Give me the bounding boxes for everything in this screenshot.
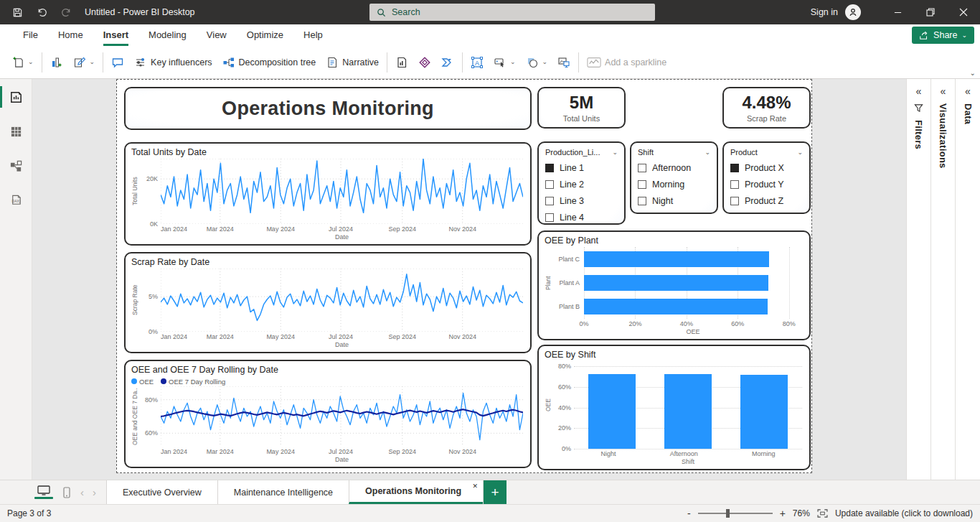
minimize-button[interactable]	[881, 0, 914, 24]
page-tab-executive-overview[interactable]: Executive Overview	[106, 480, 217, 504]
comment-button[interactable]	[106, 51, 129, 74]
checkbox[interactable]	[730, 180, 739, 189]
menu-home[interactable]: Home	[48, 24, 93, 46]
slicer-option[interactable]: Afternoon	[638, 163, 710, 173]
checkbox[interactable]	[545, 213, 554, 222]
save-icon[interactable]	[7, 2, 27, 22]
slicer-option[interactable]: Product X	[730, 163, 803, 173]
search-input[interactable]: Search	[369, 4, 655, 21]
line-chart-oee[interactable]: OEE and OEE 7 Day Rolling by Date OEE OE…	[124, 360, 532, 468]
page-tab-maintenance-intelligence[interactable]: Maintenance Intelligence	[217, 480, 349, 504]
text-box-button[interactable]: A	[466, 51, 489, 74]
checkbox[interactable]	[730, 164, 739, 172]
power-automate-button[interactable]	[436, 51, 459, 74]
zoom-slider-handle[interactable]	[726, 509, 730, 518]
menu-modeling[interactable]: Modeling	[138, 24, 197, 46]
slicer-shift[interactable]: Shift ⌄ AfternoonMorningNight	[630, 141, 718, 214]
redo-icon[interactable]	[56, 2, 76, 22]
slicer-option[interactable]: Line 3	[545, 196, 618, 206]
line-chart-scrap-rate[interactable]: Scrap Rate by Date Scrap Rate 0%5% Jan 2…	[124, 252, 532, 353]
paginated-report-button[interactable]	[390, 51, 413, 74]
buttons-button[interactable]: ⌄	[489, 51, 521, 74]
chevron-down-icon[interactable]: ⌄	[705, 149, 710, 156]
slicer-production-line[interactable]: Production_Li... ⌄ Line 1Line 2Line 3Lin…	[537, 141, 626, 225]
model-view-icon[interactable]	[0, 157, 32, 175]
slicer-option[interactable]: Product Y	[730, 180, 803, 190]
menu-view[interactable]: View	[197, 24, 237, 46]
power-apps-button[interactable]	[413, 51, 436, 74]
slicer-option[interactable]: Morning	[638, 180, 710, 190]
add-sparkline-button[interactable]: Add a sparkline	[582, 51, 672, 74]
mobile-view-icon[interactable]	[63, 487, 70, 498]
column-chart-oee-by-shift[interactable]: OEE by Shift OEE 0%20%40%60%80% NightAft…	[537, 345, 811, 470]
expand-panel-icon[interactable]: «	[941, 86, 946, 96]
bar[interactable]	[664, 374, 712, 449]
bar-chart-oee-by-plant[interactable]: OEE by Plant Plant Plant CPlant APlant B…	[537, 230, 811, 340]
fit-to-page-icon[interactable]	[817, 509, 828, 518]
key-influencers-button[interactable]: Key influencers	[129, 51, 217, 74]
report-page-canvas[interactable]: Operations Monitoring 5M Total Units 4.4…	[116, 79, 812, 473]
axis-tick-label: Mar 2024	[207, 448, 234, 455]
report-view-icon[interactable]	[0, 88, 32, 106]
line-chart-total-units[interactable]: Total Units by Date Total Units 0K20K Ja…	[124, 142, 532, 246]
chevron-down-icon[interactable]: ⌄	[797, 149, 803, 156]
table-view-icon[interactable]	[0, 122, 32, 141]
card-scrap-rate[interactable]: 4.48% Scrap Rate	[722, 87, 811, 129]
undo-icon[interactable]	[32, 2, 52, 22]
new-page-button[interactable]: ⌄	[7, 51, 39, 74]
dax-query-view-icon[interactable]: DAX)	[0, 191, 32, 210]
slicer-option[interactable]: Product Z	[730, 196, 803, 206]
slicer-option[interactable]: Line 2	[545, 180, 618, 190]
expand-panel-icon[interactable]: «	[965, 86, 971, 96]
new-visual-button[interactable]	[45, 51, 68, 74]
prev-page-icon[interactable]: ‹	[80, 486, 84, 498]
checkbox[interactable]	[545, 180, 554, 189]
desktop-view-icon[interactable]	[34, 485, 53, 499]
close-button[interactable]	[947, 0, 980, 24]
zoom-in-button[interactable]: +	[780, 508, 786, 518]
bar[interactable]	[584, 275, 768, 291]
menu-file[interactable]: File	[13, 24, 48, 46]
checkbox[interactable]	[638, 197, 646, 205]
page-tab-operations-monitoring[interactable]: Operations Monitoring ✕	[349, 480, 483, 504]
checkbox[interactable]	[545, 164, 554, 172]
menu-help[interactable]: Help	[293, 24, 333, 46]
update-notification[interactable]: Update available (click to download)	[835, 508, 973, 518]
ribbon-collapse-icon[interactable]: ⌄	[970, 69, 976, 77]
account-avatar[interactable]	[845, 4, 861, 20]
chevron-down-icon[interactable]: ⌄	[612, 149, 618, 156]
image-button[interactable]	[552, 51, 575, 74]
add-page-button[interactable]: +	[483, 480, 507, 504]
shapes-button[interactable]: ⌄	[521, 51, 553, 74]
menu-insert[interactable]: Insert	[93, 24, 138, 46]
zoom-out-button[interactable]: -	[687, 508, 691, 518]
next-page-icon[interactable]: ›	[93, 486, 96, 498]
checkbox[interactable]	[730, 197, 739, 205]
share-button[interactable]: Share ⌄	[912, 27, 974, 44]
decomposition-tree-button[interactable]: Decomposition tree	[217, 51, 321, 74]
menu-optimize[interactable]: Optimize	[237, 24, 293, 46]
title-textbox[interactable]: Operations Monitoring	[124, 87, 532, 130]
bar[interactable]	[588, 374, 636, 449]
checkbox[interactable]	[545, 197, 554, 205]
filters-panel-collapsed[interactable]: « Filters	[906, 79, 930, 480]
bar[interactable]	[584, 299, 768, 314]
visualizations-panel-collapsed[interactable]: « Visualizations	[930, 79, 955, 480]
bar[interactable]	[584, 251, 769, 267]
slicer-option[interactable]: Line 4	[545, 213, 618, 223]
bar[interactable]	[740, 375, 788, 449]
checkbox[interactable]	[638, 164, 646, 172]
slicer-option[interactable]: Night	[638, 196, 710, 206]
slicer-option[interactable]: Line 1	[545, 163, 618, 173]
format-visual-button[interactable]: ⌄	[68, 51, 100, 74]
expand-panel-icon[interactable]: «	[916, 86, 922, 96]
slicer-product[interactable]: Product ⌄ Product XProduct YProduct Z	[722, 141, 811, 214]
checkbox[interactable]	[638, 180, 646, 189]
close-tab-icon[interactable]: ✕	[473, 483, 479, 490]
sign-in-button[interactable]: Sign in	[811, 7, 838, 17]
card-total-units[interactable]: 5M Total Units	[537, 87, 626, 129]
narrative-button[interactable]: Narrative	[321, 51, 384, 74]
restore-button[interactable]	[914, 0, 947, 24]
data-panel-collapsed[interactable]: « Data	[955, 79, 980, 480]
zoom-slider[interactable]	[698, 513, 773, 514]
